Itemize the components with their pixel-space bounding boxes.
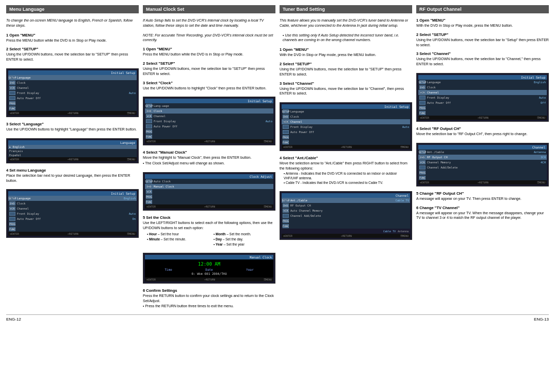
step-title: Open "MENU" — [146, 47, 172, 51]
clock-option-hour: • Hour – Set the hour — [147, 232, 209, 236]
device-screen-header: Language — [8, 140, 137, 145]
device-row: FUNC — [418, 175, 547, 180]
device-label: Auto Power Off — [290, 130, 409, 134]
ctrl-menu: ☰MENU — [400, 145, 409, 148]
device-menu: SETUP Lang-uage DVD Clock VCR Channel Fr… — [145, 103, 273, 139]
ctrl-return: ↩RETURN — [477, 181, 488, 184]
step-3-tuner-band: 3 Select "Channel" Using the UP/DOWN but… — [280, 81, 412, 97]
step-text: Move the selection arrow to "Ant./Cable"… — [280, 161, 412, 171]
device-menu: SETUP Language English DVD Clock VCR Cha… — [8, 196, 137, 232]
step-title: Select "SETUP" — [283, 62, 311, 66]
step-text: A message will appear on your TV. When t… — [416, 211, 549, 221]
ctrl-menu: ☰MENU — [537, 181, 545, 184]
clock-option-minute: • Minute – Set the minute. — [147, 237, 209, 241]
device-row: PROG — [418, 105, 547, 110]
device-icon: PROG — [9, 222, 15, 226]
step-text: Using the UP/DOWN buttons, move the sele… — [143, 66, 275, 77]
step-text: Using the UP/DOWN buttons, move the sele… — [280, 67, 412, 77]
device-value: Auto — [266, 120, 272, 123]
device-controls: ⊙ENTER ↩RETURN ☰MENU — [8, 232, 137, 236]
device-screen-header: Channel — [418, 145, 547, 150]
step-text: A message will appear on your TV. Then p… — [416, 196, 549, 201]
page: Menu Language To change the on-screen ME… — [0, 0, 555, 327]
device-icon: FUNC — [283, 140, 289, 144]
device-label: Français — [9, 150, 136, 153]
step-title: Select "Ant./Cable" — [283, 156, 318, 160]
device-row: DVD RF Output CH — [282, 203, 410, 208]
device-label: Language — [17, 197, 122, 200]
device-icon: SETUP — [419, 150, 425, 154]
device-icon — [9, 212, 15, 216]
device-label: Ant./Cable — [427, 151, 532, 154]
device-row: VCR Auto Channel Memory — [282, 208, 410, 213]
column-manual-clock: Manual Clock Set If Auto Setup fails to … — [143, 5, 275, 310]
device-value: 4CH — [541, 161, 546, 164]
device-row: VCR Channel Memory 4CH — [418, 160, 547, 165]
step-title: Set menu Language — [9, 168, 46, 173]
device-screen-header: Initial Setup — [145, 99, 273, 103]
device-row: FUNC — [145, 134, 273, 139]
step-title: Select "SETUP" — [9, 47, 38, 51]
antenna-option: • Antenna - Indicates that the DVD-VCR i… — [284, 171, 412, 180]
device-row: SETUP Language — [8, 75, 137, 80]
device-row: Front Display Auto — [282, 124, 410, 129]
device-icon: VCR — [419, 90, 425, 95]
step-text: Use the LEFT/RIGHT buttons to select eac… — [143, 220, 275, 231]
clock-date-row: Time Date Year — [148, 268, 270, 271]
device-menu: SETUP Language English DVD Clock VCR Cha… — [418, 80, 547, 116]
device-icon: DVD — [9, 201, 15, 206]
device-label: RF Output CH — [290, 204, 409, 207]
step-2-rf-output: 2 Select "SETUP" Using the UP/DOWN butto… — [416, 32, 549, 48]
clock-label-date: Date — [206, 268, 213, 271]
device-icon: DVD — [9, 81, 15, 85]
device-label: Front Display — [154, 120, 264, 123]
device-value: English — [534, 81, 546, 84]
ctrl-menu: ☰MENU — [127, 232, 135, 235]
device-screen-header: Clock Adjust — [145, 174, 273, 179]
device-menu: SETUP Ant./Cable Cable TV DVD RF Output … — [282, 198, 410, 229]
device-row: DVD Clock — [8, 80, 137, 85]
device-value: Auto — [129, 91, 136, 95]
ctrl-return: ↩RETURN — [341, 145, 351, 148]
device-icon: VCR — [283, 209, 289, 213]
device-row: ► English — [8, 145, 137, 149]
step-title: Select "Manual Clock" — [146, 150, 187, 155]
header-menu-language: Menu Language — [6, 5, 139, 13]
step-4-tuner-band: 4 Select "Ant./Cable" Move the selection… — [280, 156, 412, 185]
header-rf-output: RF Output Channel — [416, 5, 549, 13]
clock-time: 12:00 AM — [148, 262, 270, 267]
device-menu: SETUP Ant./Cable Antenna DVD RF Output C… — [418, 150, 547, 180]
device-icon: VCR — [9, 207, 15, 211]
device-label: Clock — [290, 115, 409, 118]
footer-left: ENG-12 — [6, 317, 21, 322]
device-row: Channel Add/Delete — [282, 213, 410, 218]
device-screen-header: Initial Setup — [8, 70, 137, 75]
device-row: VCR Channel — [418, 90, 547, 95]
device-icon: VCR — [419, 160, 425, 164]
device-screen-2-col2: Clock Adjust SETUP Auto Clock DVD Manual… — [143, 172, 275, 211]
device-row: VCR Channel — [145, 114, 273, 119]
device-row: PROG — [145, 194, 273, 199]
step-1-rf-output: 1 Open "MENU" With the DVD in Stop or Pl… — [416, 18, 549, 28]
ctrl-return: ↩RETURN — [67, 111, 78, 115]
device-row: SETUP Language English — [8, 196, 137, 201]
step-title: Select "SETUP" — [146, 61, 175, 66]
clock-option-year-label: • Year – Set the year — [214, 242, 276, 247]
device-controls: ⊙ENTER ↩RETURN ☰MENU — [418, 116, 547, 120]
column-tuner-band: Tuner Band Setting This feature allows y… — [280, 5, 412, 310]
device-value: On — [132, 217, 136, 220]
device-label: Auto Power Off — [427, 101, 539, 104]
device-row: Front Display Auto — [8, 90, 137, 96]
device-icon: PROG — [9, 101, 15, 105]
device-row: DVD Clock — [418, 85, 547, 90]
device-label: Front Display — [17, 91, 127, 95]
device-screen-1-col1: Initial Setup SETUP Language DVD Clock V… — [6, 68, 139, 117]
device-icon: PROG — [419, 106, 425, 110]
device-menu: SETUP Auto Clock DVD Manual Clock VCR PR… — [145, 179, 273, 204]
device-row: Front Display Auto — [145, 119, 273, 124]
device-label: Channel — [17, 207, 136, 210]
device-icon: SETUP — [419, 80, 425, 84]
device-menu: SETUP Language DVD Clock VCR Channel Fro… — [282, 109, 410, 145]
step-title: Confirm Settings — [146, 288, 177, 293]
ctrl-return: ↩RETURN — [477, 116, 488, 119]
